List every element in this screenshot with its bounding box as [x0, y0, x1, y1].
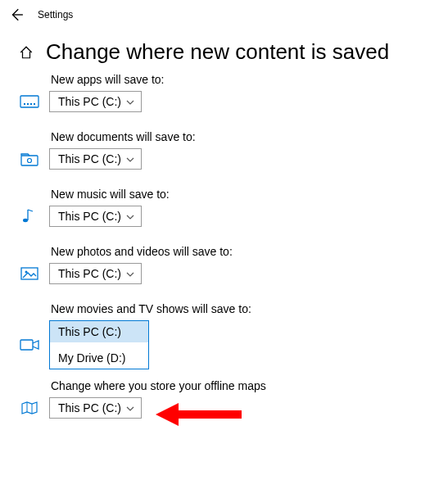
movies-location-select[interactable]: This PC (C:) My Drive (D:)	[49, 320, 149, 369]
combo-value: This PC (C:)	[58, 401, 121, 414]
combo-option-my-drive[interactable]: My Drive (D:)	[50, 347, 148, 369]
combo-option-label: My Drive (D:)	[58, 351, 125, 365]
combo-option-this-pc[interactable]: This PC (C:)	[50, 321, 148, 342]
chevron-down-icon	[126, 267, 134, 280]
setting-movies: New movies and TV shows will save to: Th…	[18, 302, 430, 369]
svg-rect-0	[20, 96, 38, 107]
movies-icon	[18, 337, 41, 353]
chevron-down-icon	[126, 152, 134, 165]
chevron-down-icon	[126, 95, 134, 108]
music-icon	[18, 206, 41, 226]
back-button[interactable]	[7, 5, 26, 25]
chevron-down-icon	[126, 210, 134, 223]
svg-rect-5	[21, 156, 38, 165]
svg-rect-4	[34, 103, 35, 105]
music-location-select[interactable]: This PC (C:)	[49, 206, 142, 227]
svg-rect-3	[30, 103, 32, 105]
documents-location-select[interactable]: This PC (C:)	[49, 148, 142, 170]
documents-icon	[18, 151, 41, 167]
setting-maps: Change where you store your offline maps…	[18, 379, 430, 419]
combo-value: This PC (C:)	[58, 210, 121, 223]
photos-location-select[interactable]: This PC (C:)	[49, 263, 142, 284]
svg-rect-2	[27, 103, 29, 105]
svg-point-7	[23, 219, 28, 222]
setting-apps: New apps will save to: This PC (C:)	[18, 73, 430, 112]
combo-option-label: This PC (C:)	[58, 325, 121, 338]
apps-location-select[interactable]: This PC (C:)	[49, 91, 142, 112]
apps-icon	[18, 93, 41, 110]
maps-icon	[18, 400, 41, 416]
svg-rect-10	[20, 340, 33, 350]
svg-point-6	[28, 159, 32, 163]
setting-label: New movies and TV shows will save to:	[18, 302, 430, 315]
setting-label: Change where you store your offline maps	[18, 379, 430, 392]
home-button[interactable]	[18, 44, 34, 61]
photos-icon	[18, 265, 41, 282]
combo-value: This PC (C:)	[58, 95, 121, 108]
setting-label: New music will save to:	[18, 188, 430, 201]
maps-location-select[interactable]: This PC (C:)	[49, 397, 142, 419]
setting-label: New photos and videos will save to:	[18, 245, 430, 258]
chevron-down-icon	[126, 401, 134, 414]
setting-documents: New documents will save to: This PC (C:)	[18, 130, 430, 170]
combo-value: This PC (C:)	[58, 267, 121, 280]
combo-value: This PC (C:)	[58, 152, 121, 165]
page-title: Change where new content is saved	[46, 39, 389, 65]
setting-music: New music will save to: This PC (C:)	[18, 188, 430, 227]
setting-label: New documents will save to:	[18, 130, 430, 143]
window-title: Settings	[38, 9, 73, 20]
setting-photos: New photos and videos will save to: This…	[18, 245, 430, 284]
setting-label: New apps will save to:	[18, 73, 430, 86]
svg-rect-1	[24, 103, 25, 105]
